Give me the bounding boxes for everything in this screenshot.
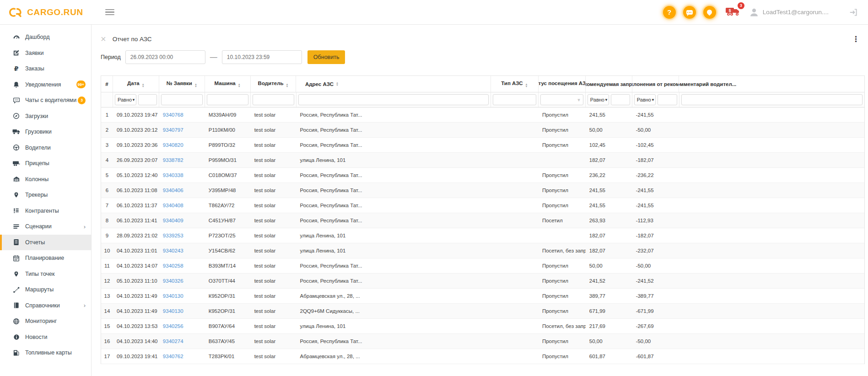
- request-link[interactable]: 9340256: [163, 323, 183, 329]
- chevron-down-icon: ▼: [132, 98, 135, 102]
- filter-input-deviation[interactable]: [658, 94, 677, 105]
- sidebar-item-drivers[interactable]: Водители: [0, 140, 91, 156]
- column-header-visit_status[interactable]: Статус посещения АЗС▲▼: [539, 76, 586, 92]
- sidebar-item-fuel-cards[interactable]: Топливные карты: [0, 345, 91, 361]
- sidebar-item-news[interactable]: Новости: [0, 329, 91, 345]
- truck-orders-icon[interactable]: $ 3: [725, 5, 741, 19]
- column-header-machine[interactable]: Машина▲▼: [205, 76, 251, 92]
- kebab-menu-icon[interactable]: ⋮: [852, 34, 860, 44]
- filter-input-driver[interactable]: [253, 94, 294, 105]
- sidebar-item-planning[interactable]: Планирование: [0, 250, 91, 266]
- sidebar-item-point-types[interactable]: Типы точек: [0, 266, 91, 282]
- table-row: 309.10.2023 20:369340820Р899ТО/32test so…: [101, 138, 864, 153]
- request-link[interactable]: 9340797: [163, 127, 183, 133]
- column-label: Дата: [127, 81, 140, 86]
- request-link[interactable]: 9340762: [163, 354, 183, 359]
- request-link[interactable]: 9339253: [163, 233, 183, 238]
- request-link[interactable]: 9340243: [163, 248, 183, 253]
- sort-icon: ▲▼: [194, 83, 197, 87]
- sidebar-item-orders[interactable]: ₽Заказы: [0, 61, 91, 77]
- filter-input-request_no[interactable]: [161, 94, 203, 105]
- close-report-icon[interactable]: ×: [101, 34, 106, 43]
- sidebar-item-driver-chats[interactable]: Чаты с водителями3: [0, 92, 91, 108]
- sidebar-item-reports[interactable]: Отчеты: [0, 235, 91, 251]
- cell-machine: О370ТТ/44: [205, 274, 251, 288]
- column-header-driver[interactable]: Водитель▲▼: [251, 76, 297, 92]
- request-link[interactable]: 9340130: [163, 308, 183, 314]
- cell-driver: test solar: [251, 334, 297, 349]
- cell-date: 09.10.2023 20:12: [113, 123, 159, 137]
- filter-input-station_type[interactable]: [493, 94, 536, 105]
- filter-operator-deviation[interactable]: Равно▼: [634, 94, 656, 105]
- cell-address: Абрамцевская ул., 28, ...: [297, 349, 491, 364]
- cell-machine: В393МТ/14: [205, 258, 251, 273]
- cell-visit_status: Пропустил: [539, 258, 586, 273]
- table-row: 606.10.2023 11:089340406У395МР/48test so…: [101, 183, 864, 198]
- sidebar-item-label: Типы точек: [25, 271, 55, 277]
- sidebar-item-notifications[interactable]: Уведомления99+: [0, 77, 91, 93]
- filter-input-comment[interactable]: [681, 94, 863, 105]
- filter-input-date[interactable]: [138, 94, 157, 105]
- sidebar-item-directories[interactable]: Справочники›: [0, 298, 91, 314]
- filter-cell-address: [297, 92, 491, 107]
- request-link[interactable]: 9340820: [163, 142, 183, 148]
- sidebar-item-routes[interactable]: Маршруты: [0, 282, 91, 298]
- sidebar-item-trailers[interactable]: Прицепы: [0, 156, 91, 172]
- request-link[interactable]: 9340409: [163, 218, 183, 223]
- brand-logo[interactable]: CARGO.RUN: [9, 7, 94, 18]
- request-link[interactable]: 9340408: [163, 203, 183, 208]
- cell-deviation: -241,52: [632, 274, 679, 288]
- table-header-row: #Дата▲▼№ Заявки▲▼Машина▲▼Водитель▲▼Адрес…: [101, 76, 864, 92]
- table-row: 806.10.2023 11:419340409С451УН/87test so…: [101, 213, 864, 228]
- cell-machine: С451УН/87: [205, 213, 251, 228]
- filter-select-visit_status[interactable]: ▾: [540, 94, 583, 105]
- request-link[interactable]: 9338782: [163, 157, 183, 163]
- filter-input-machine[interactable]: [207, 94, 248, 105]
- sidebar-item-contractors[interactable]: Контрагенты: [0, 203, 91, 219]
- user-menu[interactable]: LoadTest1@cargorun....: [749, 7, 829, 17]
- fuel-flame-icon[interactable]: [703, 6, 716, 19]
- sidebar-item-monitoring[interactable]: Мониторинг: [0, 313, 91, 329]
- cell-deviation: -50,00: [632, 334, 679, 349]
- filter-operator-recommended[interactable]: Равно▼: [588, 94, 609, 105]
- help-icon[interactable]: ?: [663, 6, 676, 19]
- sidebar-item-trucks[interactable]: Грузовики: [0, 124, 91, 140]
- request-link[interactable]: 9340258: [163, 263, 183, 269]
- cell-recommended: 217,69: [586, 319, 632, 333]
- logout-icon[interactable]: [849, 8, 858, 17]
- column-header-station_type[interactable]: Тип АЗС▲▼: [491, 76, 539, 92]
- sidebar-item-requests[interactable]: Заявки: [0, 45, 91, 61]
- column-header-request_no[interactable]: № Заявки▲▼: [159, 76, 205, 92]
- filter-operator-date[interactable]: Равно▼: [115, 94, 136, 105]
- request-link[interactable]: 9340338: [163, 172, 183, 178]
- request-link[interactable]: 9340406: [163, 188, 183, 193]
- cell-driver: test solar: [251, 258, 297, 273]
- column-header-address[interactable]: Адрес АЗС▲▼: [296, 76, 491, 92]
- cell-address: Россия, Республика Тат...: [297, 274, 491, 288]
- period-from-input[interactable]: [125, 50, 205, 64]
- sidebar-item-loads[interactable]: Загрузки: [0, 108, 91, 124]
- cell-comment: [679, 334, 865, 349]
- cell-recommended: 389,77: [586, 289, 632, 303]
- request-link[interactable]: 9340768: [163, 112, 183, 118]
- cell-driver: test solar: [251, 138, 297, 152]
- filter-input-recommended[interactable]: [611, 94, 630, 105]
- chevron-right-icon: ›: [84, 302, 86, 308]
- hamburger-menu-icon[interactable]: [105, 9, 114, 16]
- sidebar-item-dashboard[interactable]: Дашборд: [0, 29, 91, 45]
- cell-recommended: 263,93: [586, 213, 632, 228]
- cell-comment: [679, 168, 865, 183]
- sidebar-item-trackers[interactable]: Трекеры: [0, 187, 91, 203]
- request-link[interactable]: 9340130: [163, 293, 183, 299]
- sidebar-item-columns[interactable]: Колонны: [0, 172, 91, 188]
- request-link[interactable]: 9340326: [163, 278, 183, 284]
- sidebar-item-label: Водители: [25, 145, 51, 151]
- request-link[interactable]: 9340274: [163, 338, 183, 344]
- refresh-button[interactable]: Обновить: [307, 50, 345, 64]
- filter-input-address[interactable]: [298, 94, 489, 105]
- column-header-date[interactable]: Дата▲▼: [113, 76, 159, 92]
- period-to-input[interactable]: [222, 50, 302, 64]
- chat-icon[interactable]: [683, 6, 696, 19]
- sidebar-item-scenarios[interactable]: Сценарии›: [0, 219, 91, 235]
- cell-driver: test solar: [251, 289, 297, 303]
